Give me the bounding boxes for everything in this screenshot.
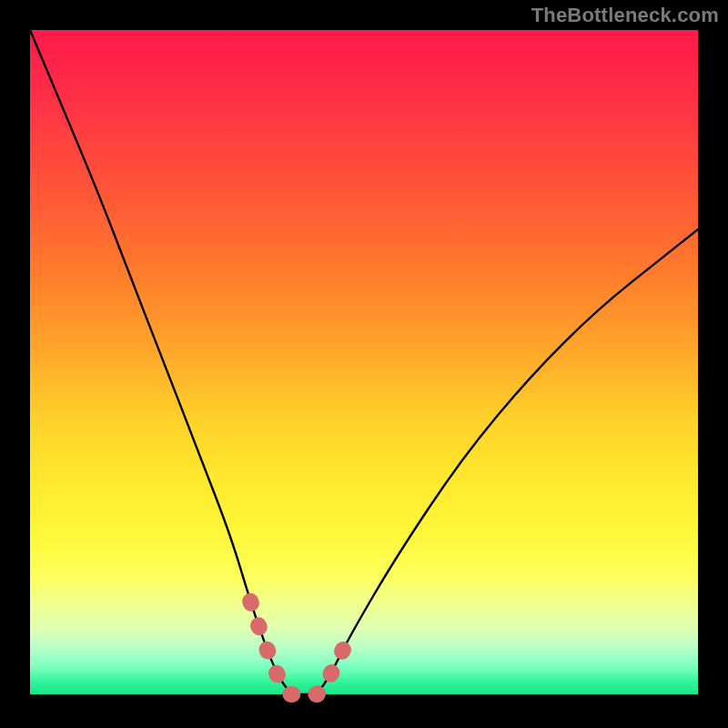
plot-area bbox=[30, 30, 698, 694]
chart-svg bbox=[30, 30, 698, 694]
watermark-text: TheBottleneck.com bbox=[531, 4, 719, 27]
chart-frame: TheBottleneck.com bbox=[0, 0, 728, 728]
highlight-segment bbox=[250, 602, 350, 694]
bottleneck-curve bbox=[30, 30, 698, 694]
